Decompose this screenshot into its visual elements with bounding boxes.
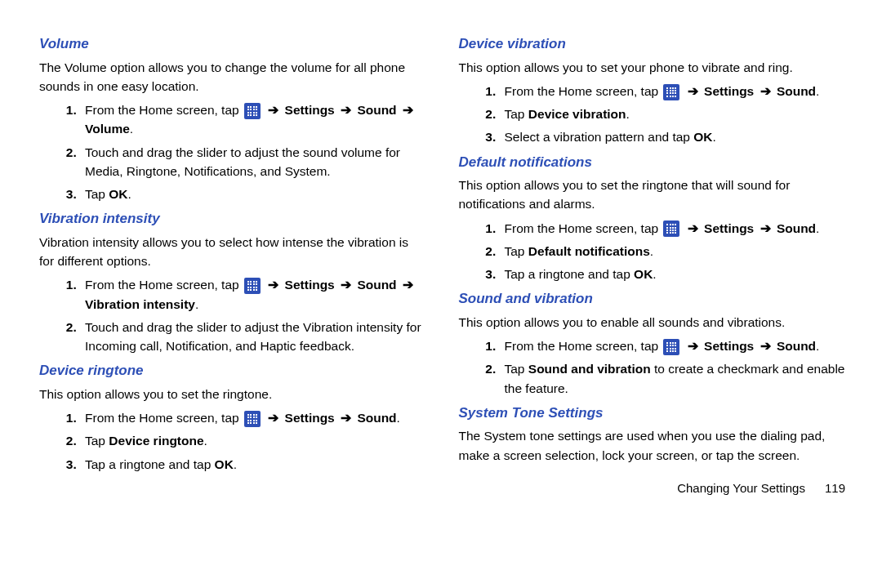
step: Tap Device ringtone.	[80, 431, 426, 450]
steps-volume: From the Home screen, tap ➔ Settings ➔ S…	[39, 100, 426, 203]
heading-device-ringtone: Device ringtone	[39, 360, 426, 381]
arrow-icon: ➔	[338, 411, 354, 425]
apps-grid-icon	[663, 220, 679, 237]
step: Tap Default notifications.	[500, 242, 846, 261]
left-column: Volume The Volume option allows you to c…	[39, 29, 426, 497]
intro-sound-and-vibration: This option allows you to enable all sou…	[459, 313, 846, 332]
arrow-icon: ➔	[400, 103, 416, 117]
page-footer: Changing Your Settings119	[459, 479, 846, 498]
chapter-title: Changing Your Settings	[677, 481, 805, 495]
heading-system-tone-settings: System Tone Settings	[459, 403, 846, 424]
page-number: 119	[825, 481, 845, 495]
heading-default-notifications: Default notifications	[459, 152, 846, 173]
step: From the Home screen, tap ➔ Settings ➔ S…	[80, 408, 426, 427]
heading-vibration-intensity: Vibration intensity	[39, 208, 426, 229]
steps-device-ringtone: From the Home screen, tap ➔ Settings ➔ S…	[39, 408, 426, 474]
heading-sound-and-vibration: Sound and vibration	[459, 288, 846, 310]
apps-grid-icon	[663, 339, 679, 355]
arrow-icon: ➔	[338, 103, 354, 117]
right-column: Device vibration This option allows you …	[459, 29, 846, 497]
heading-volume: Volume	[39, 33, 426, 55]
step: From the Home screen, tap ➔ Settings ➔ S…	[500, 219, 846, 238]
step: Touch and drag the slider to adjust the …	[80, 143, 426, 181]
step: Tap Device vibration.	[500, 105, 846, 123]
step: Select a vibration pattern and tap OK.	[500, 127, 846, 146]
arrow-icon: ➔	[685, 221, 701, 235]
arrow-icon: ➔	[758, 221, 773, 235]
heading-device-vibration: Device vibration	[459, 33, 846, 55]
step: Tap a ringtone and tap OK.	[80, 455, 426, 474]
arrow-icon: ➔	[685, 339, 701, 353]
steps-default-notifications: From the Home screen, tap ➔ Settings ➔ S…	[459, 219, 846, 284]
step: From the Home screen, tap ➔ Settings ➔ S…	[500, 336, 846, 355]
step: Tap Sound and vibration to create a chec…	[500, 359, 846, 398]
step: Tap a ringtone and tap OK.	[500, 265, 846, 283]
apps-grid-icon	[663, 84, 679, 100]
step: Touch and drag the slider to adjust the …	[80, 318, 426, 356]
arrow-icon: ➔	[758, 84, 773, 98]
intro-device-vibration: This option allows you to set your phone…	[459, 58, 846, 77]
step: Tap OK.	[80, 185, 426, 203]
arrow-icon: ➔	[265, 278, 281, 292]
apps-grid-icon	[244, 411, 261, 427]
step: From the Home screen, tap ➔ Settings ➔ S…	[80, 275, 426, 314]
steps-vibration-intensity: From the Home screen, tap ➔ Settings ➔ S…	[39, 275, 426, 355]
arrow-icon: ➔	[338, 278, 354, 292]
intro-volume: The Volume option allows you to change t…	[39, 58, 426, 96]
arrow-icon: ➔	[758, 339, 773, 353]
page-columns: Volume The Volume option allows you to c…	[39, 29, 845, 497]
intro-default-notifications: This option allows you to set the ringto…	[459, 176, 846, 214]
intro-device-ringtone: This option allows you to set the ringto…	[39, 385, 426, 403]
arrow-icon: ➔	[400, 278, 416, 292]
step: From the Home screen, tap ➔ Settings ➔ S…	[80, 100, 426, 139]
arrow-icon: ➔	[685, 84, 701, 98]
steps-device-vibration: From the Home screen, tap ➔ Settings ➔ S…	[459, 82, 846, 147]
apps-grid-icon	[244, 278, 261, 294]
arrow-icon: ➔	[265, 103, 281, 117]
intro-system-tone-settings: The System tone settings are used when y…	[459, 426, 846, 465]
apps-grid-icon	[244, 103, 261, 119]
intro-vibration-intensity: Vibration intensity allows you to select…	[39, 233, 426, 271]
arrow-icon: ➔	[265, 411, 281, 425]
step: From the Home screen, tap ➔ Settings ➔ S…	[500, 82, 846, 100]
steps-sound-and-vibration: From the Home screen, tap ➔ Settings ➔ S…	[459, 336, 846, 398]
